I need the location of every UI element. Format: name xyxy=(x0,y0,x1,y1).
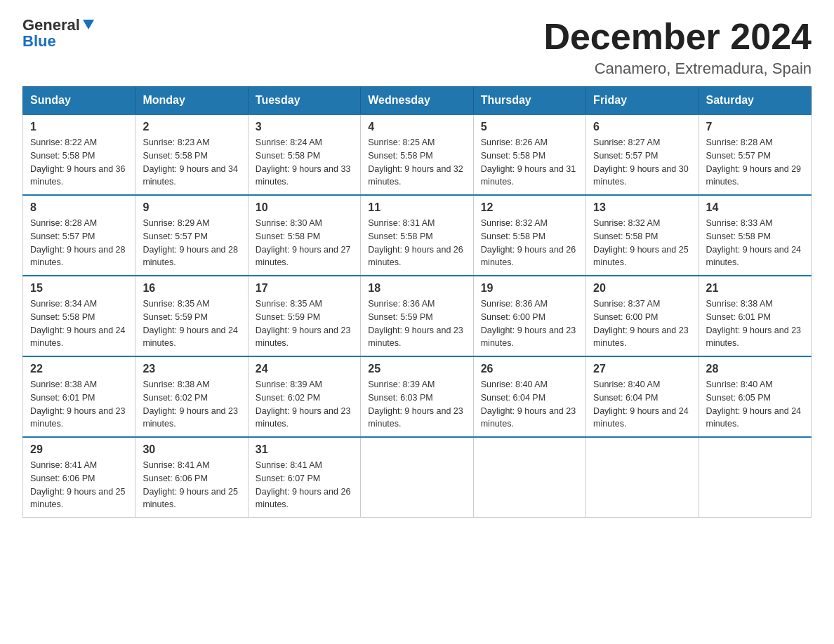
header-saturday: Saturday xyxy=(699,87,811,115)
day-info: Sunrise: 8:38 AMSunset: 6:01 PMDaylight:… xyxy=(30,380,126,429)
table-row: 26 Sunrise: 8:40 AMSunset: 6:04 PMDaylig… xyxy=(473,356,585,437)
day-info: Sunrise: 8:30 AMSunset: 5:58 PMDaylight:… xyxy=(256,218,351,267)
day-info: Sunrise: 8:39 AMSunset: 6:03 PMDaylight:… xyxy=(368,380,463,429)
day-info: Sunrise: 8:28 AMSunset: 5:57 PMDaylight:… xyxy=(706,137,802,187)
calendar-week-row: 29 Sunrise: 8:41 AMSunset: 6:06 PMDaylig… xyxy=(23,437,812,518)
day-info: Sunrise: 8:32 AMSunset: 5:58 PMDaylight:… xyxy=(593,218,689,267)
title-section: December 2024 Canamero, Extremadura, Spa… xyxy=(543,17,812,78)
page-subtitle: Canamero, Extremadura, Spain xyxy=(543,60,812,78)
header-tuesday: Tuesday xyxy=(248,87,360,115)
day-number: 22 xyxy=(30,363,128,375)
day-info: Sunrise: 8:24 AMSunset: 5:58 PMDaylight:… xyxy=(256,137,351,187)
table-row xyxy=(586,437,699,518)
table-row: 7 Sunrise: 8:28 AMSunset: 5:57 PMDayligh… xyxy=(699,114,811,195)
table-row: 21 Sunrise: 8:38 AMSunset: 6:01 PMDaylig… xyxy=(699,276,811,356)
table-row: 10 Sunrise: 8:30 AMSunset: 5:58 PMDaylig… xyxy=(248,195,360,276)
day-info: Sunrise: 8:27 AMSunset: 5:57 PMDaylight:… xyxy=(593,137,689,187)
day-info: Sunrise: 8:38 AMSunset: 6:01 PMDaylight:… xyxy=(706,299,802,348)
day-info: Sunrise: 8:23 AMSunset: 5:58 PMDaylight:… xyxy=(143,137,238,187)
day-number: 16 xyxy=(143,282,240,295)
day-info: Sunrise: 8:35 AMSunset: 5:59 PMDaylight:… xyxy=(256,299,351,348)
day-number: 20 xyxy=(593,282,691,295)
day-info: Sunrise: 8:32 AMSunset: 5:58 PMDaylight:… xyxy=(481,218,576,267)
day-number: 29 xyxy=(30,443,128,456)
day-info: Sunrise: 8:31 AMSunset: 5:58 PMDaylight:… xyxy=(368,218,463,267)
day-info: Sunrise: 8:41 AMSunset: 6:06 PMDaylight:… xyxy=(30,460,126,509)
calendar-week-row: 15 Sunrise: 8:34 AMSunset: 5:58 PMDaylig… xyxy=(23,276,812,356)
day-number: 19 xyxy=(481,282,578,295)
day-number: 2 xyxy=(143,121,240,133)
day-number: 24 xyxy=(256,363,353,375)
day-info: Sunrise: 8:28 AMSunset: 5:57 PMDaylight:… xyxy=(30,218,126,267)
table-row: 23 Sunrise: 8:38 AMSunset: 6:02 PMDaylig… xyxy=(135,356,248,437)
day-number: 4 xyxy=(368,121,465,133)
day-number: 6 xyxy=(593,121,691,133)
logo: General Blue xyxy=(22,17,95,51)
day-number: 14 xyxy=(706,201,804,214)
day-number: 12 xyxy=(481,201,578,214)
day-info: Sunrise: 8:36 AMSunset: 6:00 PMDaylight:… xyxy=(481,299,576,348)
day-info: Sunrise: 8:22 AMSunset: 5:58 PMDaylight:… xyxy=(30,137,126,187)
table-row: 9 Sunrise: 8:29 AMSunset: 5:57 PMDayligh… xyxy=(135,195,248,276)
table-row: 5 Sunrise: 8:26 AMSunset: 5:58 PMDayligh… xyxy=(473,114,585,195)
table-row: 13 Sunrise: 8:32 AMSunset: 5:58 PMDaylig… xyxy=(586,195,699,276)
calendar-week-row: 8 Sunrise: 8:28 AMSunset: 5:57 PMDayligh… xyxy=(23,195,812,276)
day-number: 21 xyxy=(706,282,804,295)
table-row: 20 Sunrise: 8:37 AMSunset: 6:00 PMDaylig… xyxy=(586,276,699,356)
table-row: 22 Sunrise: 8:38 AMSunset: 6:01 PMDaylig… xyxy=(23,356,135,437)
table-row xyxy=(699,437,811,518)
table-row: 2 Sunrise: 8:23 AMSunset: 5:58 PMDayligh… xyxy=(135,114,248,195)
table-row: 25 Sunrise: 8:39 AMSunset: 6:03 PMDaylig… xyxy=(361,356,473,437)
day-number: 7 xyxy=(706,121,804,133)
table-row: 15 Sunrise: 8:34 AMSunset: 5:58 PMDaylig… xyxy=(23,276,135,356)
table-row: 14 Sunrise: 8:33 AMSunset: 5:58 PMDaylig… xyxy=(699,195,811,276)
table-row: 28 Sunrise: 8:40 AMSunset: 6:05 PMDaylig… xyxy=(699,356,811,437)
calendar-table: Sunday Monday Tuesday Wednesday Thursday… xyxy=(22,86,812,518)
day-number: 23 xyxy=(143,363,240,375)
day-number: 27 xyxy=(593,363,691,375)
table-row: 3 Sunrise: 8:24 AMSunset: 5:58 PMDayligh… xyxy=(248,114,360,195)
table-row: 29 Sunrise: 8:41 AMSunset: 6:06 PMDaylig… xyxy=(23,437,135,518)
day-number: 1 xyxy=(30,121,128,133)
calendar-header-row: Sunday Monday Tuesday Wednesday Thursday… xyxy=(23,87,812,115)
day-info: Sunrise: 8:40 AMSunset: 6:05 PMDaylight:… xyxy=(706,380,802,429)
day-info: Sunrise: 8:41 AMSunset: 6:06 PMDaylight:… xyxy=(143,460,238,509)
day-number: 28 xyxy=(706,363,804,375)
table-row: 6 Sunrise: 8:27 AMSunset: 5:57 PMDayligh… xyxy=(586,114,699,195)
day-info: Sunrise: 8:40 AMSunset: 6:04 PMDaylight:… xyxy=(593,380,689,429)
day-number: 11 xyxy=(368,201,465,214)
day-info: Sunrise: 8:37 AMSunset: 6:00 PMDaylight:… xyxy=(593,299,689,348)
day-info: Sunrise: 8:36 AMSunset: 5:59 PMDaylight:… xyxy=(368,299,463,348)
day-info: Sunrise: 8:35 AMSunset: 5:59 PMDaylight:… xyxy=(143,299,238,348)
day-info: Sunrise: 8:29 AMSunset: 5:57 PMDaylight:… xyxy=(143,218,238,267)
day-info: Sunrise: 8:25 AMSunset: 5:58 PMDaylight:… xyxy=(368,137,463,187)
day-number: 9 xyxy=(143,201,240,214)
table-row: 18 Sunrise: 8:36 AMSunset: 5:59 PMDaylig… xyxy=(361,276,473,356)
table-row: 31 Sunrise: 8:41 AMSunset: 6:07 PMDaylig… xyxy=(248,437,360,518)
table-row: 19 Sunrise: 8:36 AMSunset: 6:00 PMDaylig… xyxy=(473,276,585,356)
day-number: 3 xyxy=(256,121,353,133)
day-number: 5 xyxy=(481,121,578,133)
day-info: Sunrise: 8:39 AMSunset: 6:02 PMDaylight:… xyxy=(256,380,351,429)
table-row: 27 Sunrise: 8:40 AMSunset: 6:04 PMDaylig… xyxy=(586,356,699,437)
header-monday: Monday xyxy=(135,87,248,115)
logo-text-general: General xyxy=(22,17,80,34)
table-row: 1 Sunrise: 8:22 AMSunset: 5:58 PMDayligh… xyxy=(23,114,135,195)
page-header: General Blue December 2024 Canamero, Ext… xyxy=(22,17,812,78)
day-number: 30 xyxy=(143,443,240,456)
header-friday: Friday xyxy=(586,87,699,115)
day-info: Sunrise: 8:40 AMSunset: 6:04 PMDaylight:… xyxy=(481,380,576,429)
day-number: 10 xyxy=(256,201,353,214)
table-row: 24 Sunrise: 8:39 AMSunset: 6:02 PMDaylig… xyxy=(248,356,360,437)
day-number: 8 xyxy=(30,201,128,214)
logo-text-blue: Blue xyxy=(22,32,56,51)
table-row: 4 Sunrise: 8:25 AMSunset: 5:58 PMDayligh… xyxy=(361,114,473,195)
table-row xyxy=(473,437,585,518)
day-number: 13 xyxy=(593,201,691,214)
table-row: 12 Sunrise: 8:32 AMSunset: 5:58 PMDaylig… xyxy=(473,195,585,276)
day-info: Sunrise: 8:38 AMSunset: 6:02 PMDaylight:… xyxy=(143,380,238,429)
day-info: Sunrise: 8:33 AMSunset: 5:58 PMDaylight:… xyxy=(706,218,802,267)
table-row: 16 Sunrise: 8:35 AMSunset: 5:59 PMDaylig… xyxy=(135,276,248,356)
day-info: Sunrise: 8:34 AMSunset: 5:58 PMDaylight:… xyxy=(30,299,126,348)
table-row: 17 Sunrise: 8:35 AMSunset: 5:59 PMDaylig… xyxy=(248,276,360,356)
